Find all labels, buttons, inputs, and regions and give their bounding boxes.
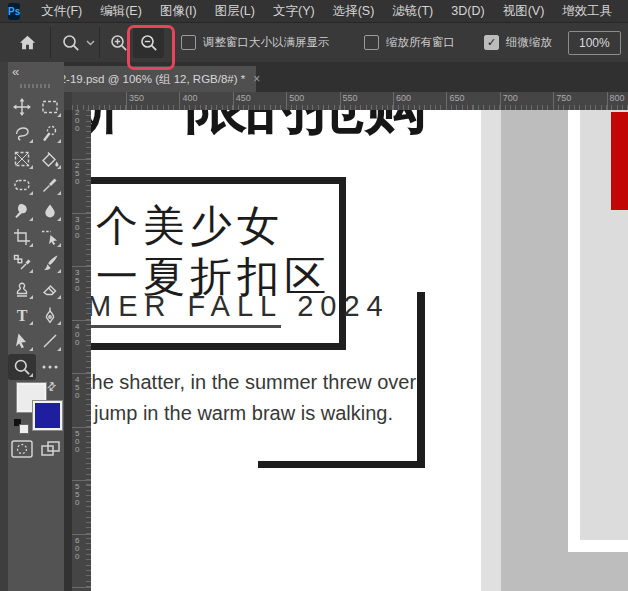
menu-item[interactable]: 窗口(W) bbox=[621, 0, 628, 22]
tool-lasso[interactable] bbox=[8, 120, 36, 146]
tool-slice[interactable] bbox=[36, 224, 64, 250]
tool-quick-select[interactable] bbox=[36, 120, 64, 146]
tool-paint-bucket[interactable] bbox=[36, 146, 64, 172]
tool-type[interactable]: T bbox=[8, 302, 36, 328]
menu-item[interactable]: 文件(F) bbox=[32, 0, 91, 22]
ruler-label: 550 bbox=[343, 93, 358, 103]
tool-patch[interactable] bbox=[8, 172, 36, 198]
ruler-major-tick bbox=[286, 92, 287, 110]
color-swatches: ⇄ bbox=[0, 377, 64, 447]
tool-eraser[interactable] bbox=[36, 276, 64, 302]
ruler-major-tick bbox=[393, 92, 394, 110]
document-tab[interactable]: 2-19.psd @ 106% (组 12, RGB/8#) * × bbox=[64, 66, 256, 92]
document-tab-bar: 2-19.psd @ 106% (组 12, RGB/8#) * × bbox=[64, 62, 628, 93]
headline-clipped-text: 新 限的抢购 bbox=[91, 110, 441, 137]
resize-windows-label: 调整窗口大小以满屏显示 bbox=[203, 35, 330, 50]
tool-eyedropper[interactable] bbox=[36, 172, 64, 198]
ruler-label: 400 bbox=[182, 93, 197, 103]
home-icon bbox=[18, 33, 37, 52]
menu-items: 文件(F)编辑(E)图像(I)图层(L)文字(Y)选择(S)滤镜(T)3D(D)… bbox=[32, 0, 628, 22]
menu-item[interactable]: 文字(Y) bbox=[264, 0, 324, 22]
ruler-major-tick bbox=[233, 92, 234, 110]
underline-rule bbox=[91, 325, 281, 328]
chevron-down-icon bbox=[86, 40, 95, 46]
zoom-all-windows-option[interactable]: 缩放所有窗口 bbox=[364, 23, 455, 62]
scrubby-zoom-option[interactable]: ✓ 细微缩放 bbox=[484, 23, 552, 62]
default-colors-icon[interactable] bbox=[14, 419, 28, 433]
zoom-out-button[interactable] bbox=[133, 27, 164, 58]
tool-blur-drop[interactable] bbox=[36, 198, 64, 224]
resize-windows-option[interactable]: 调整窗口大小以满屏显示 bbox=[181, 23, 330, 62]
menu-item[interactable]: 编辑(E) bbox=[91, 0, 151, 22]
menu-item[interactable]: 图像(I) bbox=[151, 0, 206, 22]
vertical-ruler[interactable]: 2 0 02 5 03 0 03 5 04 0 04 5 05 0 05 5 0… bbox=[72, 110, 92, 591]
tools-panel: « T ⇄ bbox=[0, 62, 64, 591]
tools-grid: T bbox=[8, 94, 64, 380]
tool-pen[interactable] bbox=[36, 302, 64, 328]
headline-fragment: 新 bbox=[91, 110, 119, 137]
home-button[interactable] bbox=[18, 23, 37, 62]
zoom-all-windows-label: 缩放所有窗口 bbox=[386, 35, 455, 50]
zoom-in-icon bbox=[108, 32, 130, 54]
collapse-panel-button[interactable]: « bbox=[12, 64, 19, 79]
options-separator bbox=[99, 27, 100, 58]
zoom-all-windows-checkbox[interactable] bbox=[364, 35, 379, 50]
tool-spot-heal[interactable] bbox=[8, 198, 36, 224]
swap-colors-icon[interactable]: ⇄ bbox=[44, 379, 60, 395]
horizontal-ruler[interactable]: 350400450500550600650700750800 bbox=[72, 92, 628, 111]
background-color-swatch[interactable] bbox=[33, 401, 62, 430]
panel-dock-edge bbox=[0, 62, 8, 591]
ruler-label: 2 5 0 bbox=[75, 162, 79, 186]
ruler-label: 4 0 0 bbox=[75, 323, 79, 347]
tab-close-icon[interactable]: × bbox=[253, 72, 260, 86]
photoshop-logo: Ps bbox=[8, 3, 20, 20]
zoom-in-button[interactable] bbox=[108, 23, 130, 62]
ruler-major-tick bbox=[72, 587, 91, 588]
tool-color-sampler[interactable] bbox=[8, 250, 36, 276]
ruler-major-tick bbox=[72, 480, 91, 481]
ruler-major-tick bbox=[553, 92, 554, 110]
tool-move[interactable] bbox=[8, 94, 36, 120]
scrubby-zoom-checkbox[interactable]: ✓ bbox=[484, 35, 499, 50]
zoom-level-button[interactable]: 100% bbox=[568, 31, 621, 55]
tool-path-select[interactable] bbox=[8, 328, 36, 354]
ruler-label: 3 5 0 bbox=[75, 269, 79, 293]
menu-item[interactable]: 增效工具 bbox=[553, 0, 621, 22]
zoom-out-icon bbox=[138, 32, 160, 54]
ruler-major-tick bbox=[72, 320, 91, 321]
menu-item[interactable]: 图层(L) bbox=[206, 0, 264, 22]
ruler-label: 2 0 0 bbox=[75, 110, 79, 133]
mid-gray-strip bbox=[501, 110, 568, 591]
quick-mask-button[interactable] bbox=[11, 440, 33, 462]
zoom-tool-preset[interactable] bbox=[60, 23, 95, 62]
options-separator bbox=[50, 27, 51, 58]
ruler-major-tick bbox=[179, 92, 180, 110]
ruler-label: 750 bbox=[556, 93, 571, 103]
svg-text:T: T bbox=[17, 307, 28, 324]
document-canvas[interactable]: 新 限的抢购 个美少女 一夏折扣区 MER FALL 2024 the shat… bbox=[91, 110, 628, 591]
ruler-label: 5 5 0 bbox=[75, 483, 79, 507]
menu-item[interactable]: 视图(V) bbox=[494, 0, 554, 22]
tool-brush[interactable] bbox=[36, 250, 64, 276]
mode-buttons bbox=[0, 440, 64, 464]
panel-grip[interactable] bbox=[20, 84, 50, 88]
resize-windows-checkbox[interactable] bbox=[181, 35, 196, 50]
screen-mode-button[interactable] bbox=[41, 440, 61, 462]
scrubby-zoom-label: 细微缩放 bbox=[506, 35, 552, 50]
ruler-major-tick bbox=[340, 92, 341, 110]
magnifier-icon bbox=[60, 32, 82, 54]
menu-item[interactable]: 3D(D) bbox=[442, 0, 493, 22]
ruler-label: 450 bbox=[236, 93, 251, 103]
ruler-major-tick bbox=[607, 92, 608, 110]
menu-item[interactable]: 选择(S) bbox=[324, 0, 384, 22]
menu-item[interactable]: 滤镜(T) bbox=[383, 0, 442, 22]
tool-frame[interactable] bbox=[8, 146, 36, 172]
ruler-label: 700 bbox=[503, 93, 518, 103]
menu-bar: Ps 文件(F)编辑(E)图像(I)图层(L)文字(Y)选择(S)滤镜(T)3D… bbox=[0, 0, 628, 23]
tool-clone-stamp[interactable] bbox=[8, 276, 36, 302]
tool-marquee[interactable] bbox=[36, 94, 64, 120]
ruler-major-tick bbox=[72, 534, 91, 535]
ruler-major-tick bbox=[500, 92, 501, 110]
tool-crop[interactable] bbox=[8, 224, 36, 250]
tool-line[interactable] bbox=[36, 328, 64, 354]
